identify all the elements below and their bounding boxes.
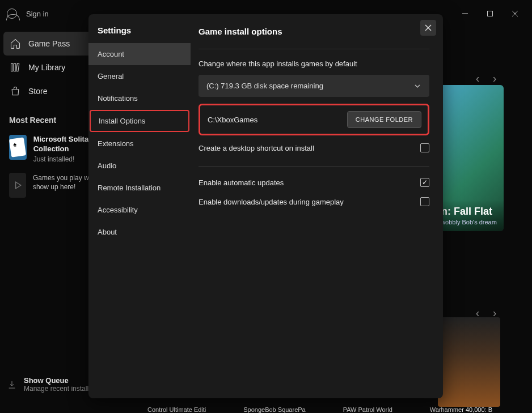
hero-title: an: Fall Flat [436,206,498,218]
close-window-button[interactable] [505,3,525,24]
game-thumbnail [9,135,27,160]
bottom-titles: Control Ultimate Editi SpongeBob SquareP… [147,406,492,413]
auto-updates-checkbox[interactable] [420,178,429,187]
library-icon [9,61,22,74]
nav-extensions[interactable]: Extensions [88,133,191,155]
gameplay-downloads-label: Enable downloads/updates during gameplay [199,198,344,206]
sidebar-label: Game Pass [28,39,70,48]
nav-general[interactable]: General [88,65,191,87]
nav-remote-installation[interactable]: Remote Installation [88,177,191,199]
install-folder-row: C:\XboxGames CHANGE FOLDER [199,104,429,135]
gameplay-downloads-checkbox[interactable] [420,197,429,206]
home-icon [9,37,22,50]
shortcut-label: Create a desktop shortcut on install [199,144,314,152]
download-icon [7,380,17,390]
sign-in-link[interactable]: Sign in [26,10,49,18]
modal-title: Settings [88,23,191,43]
chevron-down-icon [413,82,421,90]
nav-audio[interactable]: Audio [88,155,191,177]
maximize-button[interactable] [480,3,500,24]
svg-rect-1 [488,11,493,16]
nav-accessibility[interactable]: Accessibility [88,199,191,221]
carousel-prev-button[interactable]: ‹ [472,307,483,318]
bottom-title[interactable]: SpongeBob SquarePa [243,406,305,413]
nav-notifications[interactable]: Notifications [88,87,191,109]
carousel-next-button[interactable]: › [489,307,500,318]
panel-title: Game install options [199,27,429,36]
change-folder-button[interactable]: CHANGE FOLDER [347,111,421,128]
auto-updates-label: Enable automatic updates [199,178,284,187]
drive-selected: (C:) 719.3 GB disk space remaining [206,82,323,90]
game-poster[interactable] [438,317,500,407]
svg-rect-5 [14,63,16,71]
featured-area: ‹ › an: Fall Flat e wobbly Bob's dream ‹… [430,68,532,231]
carousel-prev-button[interactable]: ‹ [472,73,483,84]
nav-account[interactable]: Account [88,43,191,65]
svg-rect-6 [16,63,19,71]
bottom-title[interactable]: Warhammer 40,000: B [430,406,492,413]
sidebar-label: My Library [28,63,65,72]
hero-subtitle: e wobbly Bob's dream [436,219,498,225]
bottom-title[interactable]: PAW Patrol World [343,406,392,413]
settings-modal: Settings Account General Notifications I… [88,14,443,398]
sidebar-label: Store [28,87,47,96]
shortcut-checkbox[interactable] [420,143,429,152]
svg-marker-7 [16,182,21,189]
minimize-button[interactable] [455,3,475,24]
carousel-next-button[interactable]: › [489,73,500,84]
user-icon [7,8,17,19]
bottom-title[interactable]: Control Ultimate Editi [147,406,206,413]
settings-nav: Settings Account General Notifications I… [88,14,191,398]
close-modal-button[interactable] [420,20,436,36]
close-icon [424,24,432,32]
nav-install-options[interactable]: Install Options [90,110,189,132]
store-icon [9,85,22,97]
svg-rect-4 [11,63,13,71]
drive-dropdown[interactable]: (C:) 719.3 GB disk space remaining [199,75,429,97]
nav-about[interactable]: About [88,221,191,243]
folder-path: C:\XboxGames [208,116,257,124]
install-location-label: Change where this app installs games by … [199,59,429,68]
settings-panel: Game install options Change where this a… [191,14,443,398]
section-divider [199,166,429,167]
play-icon [9,173,26,198]
